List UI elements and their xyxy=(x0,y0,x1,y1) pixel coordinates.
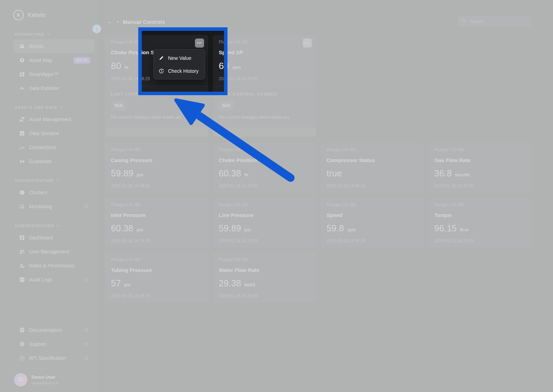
sidebar-item-label: Monitoring xyxy=(29,204,52,209)
card-unit: N·m xyxy=(460,227,469,232)
card-asset-label: Plunger Lift #55 xyxy=(434,202,526,207)
monitoring-icon xyxy=(19,203,25,210)
card-asset-label: Plunger Lift #55 xyxy=(111,147,202,152)
sidebar-item-label: API Specification xyxy=(29,355,66,361)
user-account-row[interactable]: D Demo User demo@kelvin.ai xyxy=(0,369,96,392)
sidebar-item-label: User Management xyxy=(29,249,69,254)
metric-card-torque: Plunger Lift #55 Torque 96.15N·m 2025-01… xyxy=(428,198,532,247)
last-control-change-label: LAST CONTROL CHANGE xyxy=(111,92,202,96)
external-link-icon xyxy=(84,328,89,332)
sidebar-item-data-explorer[interactable]: Data Explorer xyxy=(13,81,94,95)
control-change-note: No control changes were made yet. xyxy=(219,114,310,120)
sidebar-item-asset-management[interactable]: Asset Management xyxy=(13,112,94,126)
control-change-note: No control changes were made yet. xyxy=(111,114,202,120)
sidebar-item-audit-logs[interactable]: Audit Logs xyxy=(13,273,94,287)
card-divider xyxy=(213,86,316,86)
card-value: 96.15 xyxy=(434,223,457,233)
sidebar-collapse-button[interactable]: ‹ xyxy=(92,24,101,33)
card-context-menu: New Value Check History xyxy=(153,49,205,79)
card-menu-button[interactable]: ••• xyxy=(195,38,204,48)
data-streams-icon xyxy=(19,130,25,136)
card-asset-label: Plunger Lift #55 xyxy=(219,202,310,207)
assets-icon xyxy=(19,43,25,49)
card-title: Inlet Pressure xyxy=(111,212,202,218)
card-unit: % xyxy=(125,65,129,70)
card-title: Line Pressure xyxy=(219,212,310,218)
sidebar-item-label: Data Explorer xyxy=(29,85,59,91)
card-timestamp: 2025-01-28 14:26:25 xyxy=(327,183,418,188)
user-name: Demo User xyxy=(31,374,59,380)
chevron-down-icon xyxy=(57,225,60,227)
metric-card-compressor-status: Plunger Lift #55 Compressor Status true … xyxy=(321,143,424,192)
sidebar-item-guardrails[interactable]: Guardrails xyxy=(13,154,94,168)
sidebar-item-label: SmartApps™ xyxy=(29,71,58,77)
card-menu-button[interactable]: ••• xyxy=(303,38,312,48)
menu-item-label: New Value xyxy=(168,55,191,61)
section-header-assets-and-data[interactable]: ASSETS AND DATA xyxy=(0,104,96,112)
card-title: Casing Pressure xyxy=(111,157,202,163)
chevron-down-icon xyxy=(47,33,50,35)
metric-cards-row: Plunger Lift #55 Inlet Pressure 60.38psi… xyxy=(105,198,553,247)
avatar: D xyxy=(14,373,27,386)
metric-cards-row: Plunger Lift #55 Casing Pressure 59.89ps… xyxy=(105,143,553,192)
control-card-speed-sp: Plunger Lift #55 Speed SP 60 rpm 2025-01… xyxy=(213,35,316,136)
sidebar-item-clusters[interactable]: Clusters xyxy=(13,186,94,200)
card-value: 57 xyxy=(111,278,121,288)
sidebar-section-operations: OPERATIONS Assets Asset Map BETA SmartAp… xyxy=(0,27,96,95)
sidebar-item-data-streams[interactable]: Data Streams xyxy=(13,126,94,140)
sidebar-item-connections[interactable]: Connections xyxy=(13,140,94,154)
sidebar-item-dashboard[interactable]: Dashboard xyxy=(13,231,94,245)
section-header-orchestration[interactable]: ORCHESTRATION xyxy=(0,177,96,186)
section-header-administration[interactable]: ADMINISTRATION xyxy=(0,222,96,231)
card-unit: mscf/d xyxy=(455,172,470,177)
pencil-icon xyxy=(159,55,164,61)
external-link-icon xyxy=(84,356,89,360)
card-footer-bar xyxy=(213,127,316,136)
data-explorer-icon xyxy=(19,85,25,91)
section-header-operations[interactable]: OPERATIONS xyxy=(0,31,96,39)
sidebar-item-asset-map[interactable]: Asset Map BETA xyxy=(13,53,94,67)
section-label: ASSETS AND DATA xyxy=(15,105,57,110)
sidebar-item-assets[interactable]: Assets xyxy=(13,39,94,53)
smartapps-icon xyxy=(19,71,25,77)
external-link-icon xyxy=(84,204,89,209)
card-unit: psi xyxy=(136,227,143,232)
card-value: 80 xyxy=(111,61,121,71)
card-asset-label: Plunger Lift #55 xyxy=(434,147,526,152)
sidebar-item-roles-permissions[interactable]: Roles & Permissions xyxy=(13,259,94,273)
sidebar-item-support[interactable]: Support xyxy=(13,337,94,351)
breadcrumb: ← Manual Controls xyxy=(107,18,165,25)
card-asset-label: Plunger Lift #55 xyxy=(327,202,418,207)
sidebar-item-label: Connections xyxy=(29,145,56,150)
menu-item-new-value[interactable]: New Value xyxy=(154,51,205,64)
sidebar-item-documentation[interactable]: Documentation xyxy=(13,323,94,337)
back-arrow-icon[interactable]: ← xyxy=(107,18,113,25)
card-divider xyxy=(105,86,208,86)
beta-badge: BETA xyxy=(74,57,90,64)
section-label: ORCHESTRATION xyxy=(15,178,54,183)
search-input[interactable] xyxy=(458,16,531,27)
sidebar: K Kelvin ˙ OPERATIONS Assets Asset Map B… xyxy=(0,0,97,392)
clusters-icon xyxy=(19,189,25,196)
sidebar-item-label: Data Streams xyxy=(29,131,59,136)
card-value: 59.8 xyxy=(327,223,344,233)
brand-logo[interactable]: K Kelvin ˙ xyxy=(0,0,96,24)
support-icon xyxy=(19,341,25,347)
metric-card-choke-position: Plunger Lift #55 Choke Position 60.38% 2… xyxy=(213,143,316,192)
card-unit: rpm xyxy=(347,227,356,232)
card-value: 60.38 xyxy=(219,168,241,178)
sidebar-item-user-management[interactable]: User Management xyxy=(13,245,94,259)
card-title: Gas Flow Rate xyxy=(434,157,526,163)
sidebar-item-smartapps[interactable]: SmartApps™ xyxy=(13,67,94,81)
sidebar-item-api-specification[interactable]: API Specification xyxy=(13,351,94,365)
guardrails-icon xyxy=(19,158,25,164)
asset-map-icon xyxy=(19,57,25,63)
sidebar-spacer xyxy=(0,287,96,320)
metric-card-speed: Plunger Lift #55 Speed 59.8rpm 2025-01-2… xyxy=(321,198,424,247)
card-title: Tubing Pressure xyxy=(111,267,202,273)
card-value: 60.38 xyxy=(111,223,133,233)
menu-item-check-history[interactable]: Check History xyxy=(154,64,205,77)
user-info: Demo User demo@kelvin.ai xyxy=(31,374,59,385)
sidebar-item-monitoring[interactable]: Monitoring xyxy=(13,200,94,214)
breadcrumb-dot xyxy=(117,21,119,22)
